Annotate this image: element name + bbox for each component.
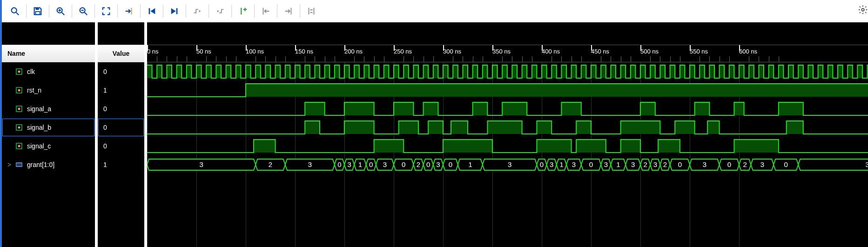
wave-row[interactable]: 323031030203013031303132320302303 xyxy=(147,155,868,174)
svg-rect-71 xyxy=(483,65,488,78)
svg-text:3: 3 xyxy=(383,160,387,168)
signal-value-clk[interactable]: 0 xyxy=(98,62,144,81)
next-edge-icon[interactable] xyxy=(211,2,229,20)
search-icon[interactable] xyxy=(6,2,24,20)
svg-rect-64 xyxy=(413,65,418,78)
signal-label: grant[1:0] xyxy=(27,161,54,168)
separator xyxy=(72,5,72,18)
time-ruler[interactable]: 0 ns50 ns100 ns150 ns200 ns250 ns300 ns3… xyxy=(147,45,868,62)
svg-text:1: 1 xyxy=(358,160,362,168)
svg-rect-92 xyxy=(690,65,695,78)
svg-rect-122 xyxy=(473,102,488,115)
name-header[interactable]: Name xyxy=(2,45,95,62)
svg-rect-117 xyxy=(246,84,868,97)
prev-marker-icon[interactable] xyxy=(256,2,275,20)
ruler-tick: 200 ns xyxy=(344,45,363,65)
signal-name-signal-b[interactable]: signal_b xyxy=(2,118,95,137)
svg-rect-96 xyxy=(729,65,734,78)
signal-name-signal-c[interactable]: signal_c xyxy=(2,137,95,155)
signal-name-grant-1-0-[interactable]: >grant[1:0] xyxy=(2,155,95,174)
value-column: Value 010001 xyxy=(98,22,147,247)
signal-value-rst-n[interactable]: 1 xyxy=(98,81,144,100)
separator xyxy=(209,5,209,18)
svg-rect-84 xyxy=(611,65,616,78)
svg-rect-128 xyxy=(779,102,803,115)
svg-rect-93 xyxy=(700,65,705,78)
svg-rect-109 xyxy=(857,65,862,78)
svg-rect-57 xyxy=(344,65,350,78)
svg-line-1 xyxy=(16,13,19,15)
signal-value-signal-a[interactable]: 0 xyxy=(98,100,144,118)
ruler-tick: 250 ns xyxy=(394,45,412,65)
svg-rect-121 xyxy=(424,102,438,115)
signal-value-signal-b[interactable]: 0 xyxy=(98,118,144,137)
scalar-icon xyxy=(16,124,24,131)
signal-label: signal_a xyxy=(27,105,51,113)
signal-name-clk[interactable]: clk xyxy=(2,62,95,81)
svg-text:2: 2 xyxy=(417,160,420,168)
scalar-icon xyxy=(16,106,24,112)
svg-text:3: 3 xyxy=(703,160,707,168)
bus-icon xyxy=(16,161,24,168)
svg-rect-37 xyxy=(147,65,152,78)
svg-text:3: 3 xyxy=(631,160,635,168)
signal-name-signal-a[interactable]: signal_a xyxy=(2,100,95,118)
signal-value-grant-1-0-[interactable]: 1 xyxy=(98,155,144,174)
waveform-area[interactable]: 0 ns50 ns100 ns150 ns200 ns250 ns300 ns3… xyxy=(147,22,868,247)
svg-rect-147 xyxy=(658,140,680,153)
svg-text:3: 3 xyxy=(199,160,203,168)
svg-rect-138 xyxy=(675,121,694,134)
save-icon[interactable] xyxy=(28,2,47,20)
svg-rect-125 xyxy=(640,102,655,115)
svg-rect-60 xyxy=(374,65,379,78)
go-to-cursor-icon[interactable] xyxy=(120,2,138,20)
svg-rect-41 xyxy=(187,65,192,78)
signal-label: signal_b xyxy=(27,124,51,131)
svg-text:3: 3 xyxy=(550,160,553,168)
go-last-icon[interactable] xyxy=(165,2,184,20)
svg-point-30 xyxy=(18,127,20,129)
next-marker-icon[interactable] xyxy=(279,2,298,20)
svg-text:3: 3 xyxy=(436,160,440,168)
go-first-icon[interactable] xyxy=(142,2,161,20)
svg-rect-129 xyxy=(305,121,320,134)
svg-rect-39 xyxy=(167,65,172,78)
wave-row[interactable] xyxy=(147,137,868,155)
separator xyxy=(140,5,141,18)
svg-text:3: 3 xyxy=(347,160,351,168)
prev-edge-icon[interactable] xyxy=(188,2,207,20)
svg-rect-46 xyxy=(236,65,241,78)
expand-icon[interactable]: > xyxy=(7,161,14,168)
settings-icon[interactable] xyxy=(858,5,868,16)
svg-rect-51 xyxy=(285,65,290,78)
signal-name-rst-n[interactable]: rst_n xyxy=(2,81,95,100)
zoom-out-icon[interactable] xyxy=(74,2,93,20)
wave-row[interactable] xyxy=(147,100,868,118)
svg-rect-65 xyxy=(424,65,429,78)
svg-rect-146 xyxy=(621,140,640,153)
svg-rect-108 xyxy=(848,65,853,78)
value-blank xyxy=(98,22,144,45)
svg-rect-62 xyxy=(394,65,399,78)
svg-text:0: 0 xyxy=(589,160,593,168)
wave-row[interactable] xyxy=(147,81,868,100)
svg-rect-102 xyxy=(788,65,794,78)
zoom-in-icon[interactable] xyxy=(51,2,70,20)
svg-rect-79 xyxy=(561,65,566,78)
add-marker-icon[interactable] xyxy=(234,2,252,20)
svg-text:3: 3 xyxy=(760,160,764,168)
svg-rect-86 xyxy=(631,65,636,78)
signal-value-signal-c[interactable]: 0 xyxy=(98,137,144,155)
wave-row[interactable] xyxy=(147,62,868,81)
value-header[interactable]: Value xyxy=(98,45,144,62)
svg-rect-54 xyxy=(315,65,320,78)
zoom-fit-icon[interactable] xyxy=(97,2,115,20)
wave-row[interactable] xyxy=(147,118,868,137)
svg-rect-100 xyxy=(769,65,774,78)
svg-text:3: 3 xyxy=(653,160,657,168)
svg-text:0: 0 xyxy=(678,160,682,168)
svg-text:3: 3 xyxy=(865,160,868,168)
svg-rect-61 xyxy=(384,65,389,78)
svg-line-5 xyxy=(62,13,65,15)
swap-cursors-icon[interactable] xyxy=(302,2,321,20)
